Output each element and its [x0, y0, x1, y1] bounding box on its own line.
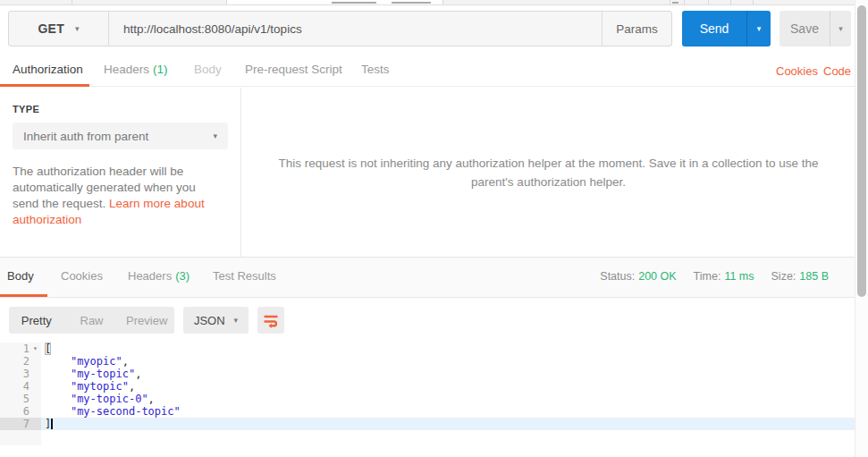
- url-box: [109, 12, 603, 46]
- authorization-panel: TYPE Inherit auth from parent ▾ The auth…: [0, 88, 241, 257]
- gutter-cell: 6: [0, 405, 41, 418]
- line-number: 7: [0, 418, 29, 430]
- code-text: "myopic",: [41, 355, 129, 368]
- method-label: GET: [38, 21, 64, 36]
- chevron-down-icon: ▾: [234, 316, 239, 325]
- wrap-lines-button[interactable]: [257, 307, 284, 334]
- status-item: Status:200 OK: [600, 270, 676, 283]
- gutter-cell: 7: [0, 418, 41, 430]
- code-text: "my-topic",: [41, 368, 141, 380]
- request-tab-bar: Authorization Headers(1) Body Pre-reques…: [0, 55, 855, 87]
- vertical-scrollbar[interactable]: [855, 0, 868, 457]
- time-item: Time:11 ms: [694, 270, 754, 283]
- tab-headers[interactable]: Headers(1): [104, 63, 168, 76]
- request-url-bar: GET ▾ Params: [8, 11, 672, 47]
- send-button-group: Send ▾: [682, 11, 771, 47]
- tab-authorization[interactable]: Authorization: [13, 63, 83, 76]
- response-tab-body[interactable]: Body: [7, 269, 34, 283]
- chevron-down-icon: ▾: [75, 24, 80, 33]
- chevron-down-icon: ▾: [839, 24, 843, 33]
- gutter-cell: 5: [0, 393, 41, 405]
- response-headers-label: Headers: [128, 269, 172, 283]
- active-tab-underline: [0, 84, 89, 87]
- response-headers-count-badge: (3): [175, 269, 190, 283]
- code-line[interactable]: 4 "mytopic",: [0, 380, 855, 393]
- auth-helper-message-area: This request is not inheriting any autho…: [242, 88, 855, 257]
- tab-divider: [226, 0, 227, 4]
- tab-text-remnant: [392, 2, 431, 4]
- code-text: "my-topic-0",: [41, 393, 155, 405]
- scrollbar-thumb[interactable]: [857, 5, 866, 297]
- line-number: 5: [0, 393, 29, 405]
- auth-type-value: Inherit auth from parent: [23, 130, 148, 143]
- chevron-down-icon: ▾: [213, 131, 217, 140]
- cookies-link[interactable]: Cookies: [776, 64, 818, 78]
- code-line[interactable]: 2 "myopic",: [0, 355, 855, 368]
- size-item: Size:185 B: [771, 270, 829, 283]
- response-body-editor[interactable]: 1▾[2 "myopic",3 "my-topic",4 "mytopic",5…: [0, 343, 855, 457]
- gutter-cell: 4: [0, 380, 41, 393]
- code-text: "mytopic",: [41, 380, 135, 393]
- view-preview-button[interactable]: Preview: [119, 314, 174, 327]
- save-button[interactable]: Save: [780, 11, 830, 47]
- tab-divider: [72, 0, 72, 4]
- send-options-dropdown[interactable]: ▾: [747, 11, 771, 47]
- tab-divider: [670, 0, 670, 4]
- auth-type-select[interactable]: Inherit auth from parent ▾: [13, 123, 228, 149]
- url-input[interactable]: [123, 22, 587, 36]
- status-label: Status:: [600, 270, 635, 283]
- code-line[interactable]: 3 "my-topic",: [0, 368, 855, 380]
- response-meta: Status:200 OK Time:11 ms Size:185 B: [600, 270, 829, 283]
- auth-helper-message: This request is not inheriting any autho…: [269, 154, 828, 191]
- postman-request-view: GET ▾ Params Send ▾ Save ▾ Authorization…: [0, 0, 868, 457]
- save-options-dropdown[interactable]: ▾: [830, 11, 851, 47]
- line-number: 3: [0, 368, 29, 380]
- line-number: 2: [0, 355, 29, 368]
- time-value: 11 ms: [724, 270, 754, 283]
- gutter-cell: 2: [0, 355, 41, 368]
- params-button[interactable]: Params: [603, 12, 671, 46]
- format-value: JSON: [194, 314, 225, 327]
- tab-text-remnant: [672, 2, 678, 4]
- response-tab-headers[interactable]: Headers(3): [128, 269, 190, 283]
- tab-tests[interactable]: Tests: [361, 63, 390, 76]
- tab-pre-request-script[interactable]: Pre-request Script: [245, 63, 342, 76]
- send-button[interactable]: Send: [682, 11, 747, 47]
- view-pretty-button[interactable]: Pretty: [9, 314, 64, 327]
- active-response-tab-underline: [0, 294, 47, 297]
- fold-caret-icon[interactable]: ▾: [29, 343, 41, 355]
- gutter-cell: 1▾: [0, 343, 41, 355]
- line-number: 4: [0, 380, 29, 393]
- tab-divider: [730, 0, 731, 4]
- response-toolbar: Pretty Raw Preview JSON ▾: [0, 298, 855, 343]
- type-label: TYPE: [13, 104, 240, 114]
- headers-count-badge: (1): [153, 63, 168, 76]
- code-line[interactable]: 7]: [0, 418, 855, 430]
- chevron-down-icon: ▾: [757, 24, 762, 33]
- code-line[interactable]: 5 "my-topic-0",: [0, 393, 855, 405]
- response-tab-test-results[interactable]: Test Results: [213, 269, 276, 283]
- code-link[interactable]: Code: [823, 64, 851, 78]
- matched-bracket: [: [45, 343, 51, 355]
- size-label: Size:: [771, 270, 796, 283]
- code-text: ]: [41, 418, 53, 430]
- tab-body[interactable]: Body: [194, 63, 222, 76]
- method-dropdown[interactable]: GET ▾: [9, 12, 109, 46]
- time-label: Time:: [694, 270, 721, 283]
- status-value: 200 OK: [638, 270, 676, 283]
- line-number: 1: [0, 343, 29, 355]
- window-tab-strip: [0, 0, 868, 5]
- save-button-group: Save ▾: [780, 11, 851, 47]
- code-line[interactable]: 6 "my-second-topic": [0, 405, 855, 418]
- gutter-cell: 3: [0, 368, 41, 380]
- tab-text-remnant: [332, 2, 376, 4]
- code-text: "my-second-topic": [41, 405, 181, 418]
- format-dropdown[interactable]: JSON ▾: [183, 307, 249, 334]
- code-lines: 1▾[2 "myopic",3 "my-topic",4 "mytopic",5…: [0, 343, 855, 430]
- view-raw-button[interactable]: Raw: [64, 314, 120, 327]
- response-tab-cookies[interactable]: Cookies: [61, 269, 103, 283]
- response-tab-bar: Body Cookies Headers(3) Test Results Sta…: [0, 257, 855, 298]
- code-line[interactable]: 1▾[: [0, 343, 855, 355]
- size-value: 185 B: [799, 270, 829, 283]
- text-cursor: [51, 419, 53, 429]
